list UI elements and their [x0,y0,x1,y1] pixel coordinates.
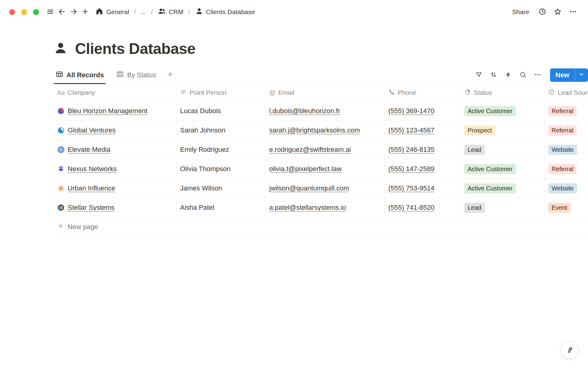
column-header-phone[interactable]: Phone [385,84,461,102]
point-person-cell[interactable]: Emily Rodriguez [176,140,266,159]
company-cell[interactable]: Stellar Systems [54,198,176,217]
new-record-button[interactable]: New [550,68,588,82]
floating-help-button[interactable] [561,341,579,359]
company-name-link[interactable]: Elevate Media [68,146,110,154]
phone-link[interactable]: (555) 147-2589 [388,165,434,173]
new-page-row[interactable]: New page [54,217,588,237]
phone-cell[interactable]: (555) 147-2589 [385,159,461,179]
company-cell[interactable]: Nexus Networks [54,159,176,179]
email-link[interactable]: l.dubois@bleuhorizon.fr [269,107,340,115]
sidebar-menu-button[interactable] [44,6,56,18]
table-view-icon [55,70,63,80]
point-person-cell[interactable]: James Wilson [176,179,266,198]
email-link[interactable]: e.rodriguez@swiftstream.ai [269,146,351,154]
lead-source-badge: Referral [548,164,577,174]
new-tab-button[interactable] [79,6,91,18]
column-header-company[interactable]: Aa Company [54,84,176,102]
phone-link[interactable]: (555) 369-1470 [388,107,434,115]
column-header-lead-source[interactable]: Lead Source [545,84,588,102]
company-logo-icon [57,185,65,192]
status-cell[interactable]: Lead [461,140,545,159]
breadcrumb-crm[interactable]: CRM [156,6,185,18]
filter-button[interactable] [473,69,485,81]
company-name-link[interactable]: Nexus Networks [68,165,117,173]
phone-cell[interactable]: (555) 753-9514 [385,179,461,198]
status-cell[interactable]: Active Customer [461,179,545,198]
phone-cell[interactable]: (555) 741-8520 [385,198,461,217]
lead-source-cell[interactable]: Referral [545,102,588,121]
company-cell[interactable]: Bleu Horizon Management [54,102,176,121]
company-cell[interactable]: Urban Influence [54,179,176,198]
email-cell[interactable]: jwilson@quantumquill.com [266,179,385,198]
phone-link[interactable]: (555) 123-4567 [388,126,434,134]
company-name-link[interactable]: Bleu Horizon Management [68,107,147,115]
point-person-text: Lucas Dubois [180,107,221,115]
email-cell[interactable]: l.dubois@bleuhorizon.fr [266,102,385,121]
email-link[interactable]: sarah.j@brightsparksolns.com [269,126,360,134]
lead-source-cell[interactable]: Website [545,140,588,159]
company-cell[interactable]: Global Ventures [54,121,176,140]
point-person-cell[interactable]: Sarah Johnson [176,121,266,140]
automation-button[interactable] [502,69,514,81]
view-options-button[interactable] [532,69,544,81]
email-cell[interactable]: e.rodriguez@swiftstream.ai [266,140,385,159]
column-label: Phone [398,89,417,96]
tab-by-status[interactable]: By Status [114,66,158,84]
company-name-link[interactable]: Global Ventures [68,126,116,134]
email-cell[interactable]: sarah.j@brightsparksolns.com [266,121,385,140]
share-button[interactable]: Share [508,6,533,17]
status-cell[interactable]: Active Customer [461,102,545,121]
phone-link[interactable]: (555) 753-9514 [388,184,434,192]
tab-all-records[interactable]: All Records [54,66,106,84]
column-label: Lead Source [558,89,588,96]
phone-cell[interactable]: (555) 123-4567 [385,121,461,140]
breadcrumb-page[interactable]: Clients Database [193,6,257,18]
new-record-label[interactable]: New [550,68,575,82]
close-window-button[interactable] [9,9,15,15]
point-person-cell[interactable]: Olivia Thompson [176,159,266,179]
point-person-cell[interactable]: Aisha Patel [176,198,266,217]
company-name-link[interactable]: Stellar Systems [68,204,115,212]
sort-arrows-icon [490,71,497,79]
lead-source-cell[interactable]: Referral [545,121,588,140]
email-cell[interactable]: a.patel@stellarsystems.io [266,198,385,217]
phone-cell[interactable]: (555) 369-1470 [385,102,461,121]
page-person-icon[interactable] [54,41,68,56]
zoom-window-button[interactable] [33,9,39,15]
point-person-text: Emily Rodriguez [180,146,229,154]
breadcrumb-collapsed[interactable]: ... [139,7,148,17]
minimize-window-button[interactable] [21,9,27,15]
breadcrumb-home[interactable]: General [93,6,131,18]
back-button[interactable] [56,6,68,18]
lead-source-cell[interactable]: Event [545,198,588,217]
company-cell[interactable]: Elevate Media [54,140,176,159]
search-button[interactable] [517,69,529,81]
more-options-button[interactable] [567,6,579,18]
lead-source-cell[interactable]: Website [545,179,588,198]
phone-cell[interactable]: (555) 246-8135 [385,140,461,159]
status-cell[interactable]: Active Customer [461,159,545,179]
phone-link[interactable]: (555) 246-8135 [388,146,434,154]
hamburger-icon [46,8,54,17]
favorite-button[interactable] [552,6,564,18]
column-header-email[interactable]: @ Email [266,84,385,102]
point-person-text: Sarah Johnson [180,126,225,134]
phone-link[interactable]: (555) 741-8520 [388,204,434,212]
history-button[interactable] [537,6,548,18]
column-header-point-person[interactable]: Point Person [176,84,266,102]
company-name-link[interactable]: Urban Influence [68,184,115,192]
status-cell[interactable]: Lead [461,198,545,217]
email-link[interactable]: olivia.t@pixelperfect.law [269,165,341,173]
email-link[interactable]: jwilson@quantumquill.com [269,184,349,192]
breadcrumb-separator: / [151,8,153,16]
add-view-button[interactable] [164,69,176,81]
status-cell[interactable]: Prospect [461,121,545,140]
forward-button[interactable] [68,6,79,18]
email-link[interactable]: a.patel@stellarsystems.io [269,204,346,212]
new-record-dropdown[interactable] [575,68,588,82]
lead-source-cell[interactable]: Referral [545,159,588,179]
email-cell[interactable]: olivia.t@pixelperfect.law [266,159,385,179]
point-person-cell[interactable]: Lucas Dubois [176,102,266,121]
column-header-status[interactable]: Status [461,84,545,102]
sort-button[interactable] [488,69,500,81]
